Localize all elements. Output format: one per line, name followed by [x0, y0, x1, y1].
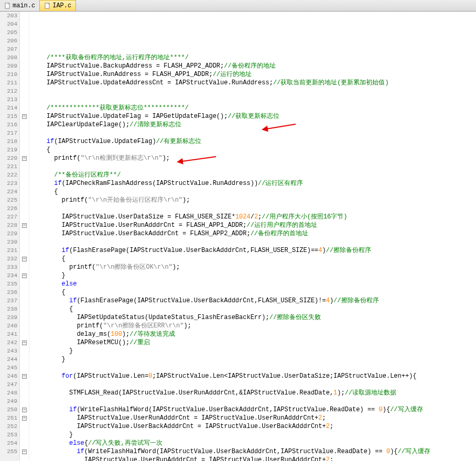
code-line[interactable]: IAPStructValue.UpdateAddressCnt = IAPStr…	[31, 79, 476, 87]
code-line[interactable]: {	[31, 305, 476, 313]
fold-cell[interactable]: −	[20, 338, 29, 347]
fold-cell	[20, 188, 29, 196]
code-line[interactable]: {	[31, 255, 476, 263]
annotation-arrow	[242, 114, 296, 122]
code-line[interactable]: {	[31, 288, 476, 297]
fold-minus-icon[interactable]: −	[22, 114, 27, 119]
code-line[interactable]: if(IAPCheckRamFlashAddress(IAPStructValu…	[31, 179, 476, 188]
tab-iap-c[interactable]: IAP.c	[40, 0, 76, 11]
line-number: 227	[0, 213, 17, 221]
fold-cell	[20, 380, 29, 389]
fold-cell	[20, 389, 29, 397]
fold-cell	[20, 246, 29, 255]
code-line[interactable]: }	[31, 431, 476, 439]
code-line[interactable]: delay_ms(100);//等待发送完成	[31, 330, 476, 338]
line-number: 237	[0, 297, 17, 305]
line-number: 214	[0, 104, 17, 112]
code-line[interactable]	[31, 95, 476, 104]
fold-cell[interactable]: −	[20, 271, 29, 280]
code-line[interactable]: else{//写入失败,再尝试写一次	[31, 439, 476, 447]
fold-cell	[20, 79, 29, 87]
code-line[interactable]: IAPSetUpdateStatus(UpdateStatus_FlashEra…	[31, 313, 476, 322]
code-line[interactable]: /*************获取更新标志位***********/	[31, 104, 476, 112]
line-number: 226	[0, 204, 17, 213]
code-line[interactable]: {	[31, 188, 476, 196]
line-number: 238	[0, 305, 17, 313]
fold-minus-icon[interactable]: −	[22, 416, 27, 421]
code-line[interactable]	[31, 364, 476, 372]
fold-minus-icon[interactable]: −	[22, 273, 27, 278]
code-line[interactable]: {	[31, 146, 476, 154]
code-editor[interactable]: 2032042052062072082092102112122132142152…	[0, 12, 476, 461]
fold-minus-icon[interactable]: −	[22, 341, 27, 345]
fold-minus-icon[interactable]: −	[22, 449, 27, 454]
code-line[interactable]: if(FlashErasePage(IAPStructValue.UserBac…	[31, 297, 476, 305]
code-line[interactable]: IAPStructValue.BackupAddress = FLASH_APP…	[31, 62, 476, 70]
line-number: 239	[0, 313, 17, 322]
line-number: 234	[0, 271, 17, 280]
code-line[interactable]	[31, 87, 476, 95]
line-number: 207	[0, 45, 17, 53]
fold-minus-icon[interactable]: −	[22, 156, 27, 161]
code-line[interactable]: IAPStructValue.UserRunAdddrCnt = FLASH_A…	[31, 221, 476, 229]
code-line[interactable]: if(WriteFlashHalfWord(IAPStructValue.Use…	[31, 447, 476, 456]
code-line[interactable]	[31, 238, 476, 246]
code-line[interactable]	[31, 397, 476, 405]
fold-cell	[20, 439, 29, 447]
line-number: 250	[0, 405, 17, 414]
fold-minus-icon[interactable]: −	[22, 257, 27, 261]
code-line[interactable]: IAPStructValue.UserBackAdddrCnt = IAPStr…	[31, 422, 476, 431]
line-number: 228	[0, 221, 17, 229]
code-line[interactable]	[31, 45, 476, 53]
line-number: 242	[0, 338, 17, 347]
code-line[interactable]	[31, 204, 476, 213]
fold-minus-icon[interactable]: −	[22, 374, 27, 379]
code-line[interactable]: }	[31, 347, 476, 355]
code-line[interactable]: else	[31, 280, 476, 288]
fold-cell	[20, 347, 29, 355]
tab-main-c[interactable]: main.c	[0, 0, 40, 11]
code-line[interactable]: STMFLASH_Read(IAPStructValue.UserRunAddd…	[31, 389, 476, 397]
fold-cell	[20, 397, 29, 405]
fold-cell[interactable]: −	[20, 112, 29, 120]
fold-cell[interactable]: −	[20, 154, 29, 162]
code-line[interactable]: }	[31, 355, 476, 364]
fold-cell[interactable]: −	[20, 255, 29, 263]
fold-minus-icon[interactable]: −	[22, 223, 27, 228]
code-line[interactable]: printf("\r\n擦除备份区ERR\r\n");	[31, 322, 476, 330]
code-line[interactable]: for(IAPStructValue.Len=0;IAPStructValue.…	[31, 372, 476, 380]
code-line[interactable]: if(WriteFlashHalfWord(IAPStructValue.Use…	[31, 405, 476, 414]
line-number: 222	[0, 171, 17, 179]
line-number: 233	[0, 263, 17, 271]
code-line[interactable]: /****获取备份程序的地址,运行程序的地址****/	[31, 53, 476, 62]
code-area[interactable]: /****获取备份程序的地址,运行程序的地址****/ IAPStructVal…	[29, 12, 476, 461]
line-number: 254	[0, 439, 17, 447]
fold-cell[interactable]: −	[20, 372, 29, 380]
code-line[interactable]: IAPStructValue.UserRunAdddrCnt = IAPStru…	[31, 414, 476, 422]
code-line[interactable]: IAPStructValue.UserDataSize = FLASH_USER…	[31, 213, 476, 221]
fold-cell[interactable]: −	[20, 414, 29, 422]
code-line[interactable]	[31, 162, 476, 171]
fold-cell	[20, 95, 29, 104]
fold-cell[interactable]: −	[20, 405, 29, 414]
code-line[interactable]: /**备份运行区程序**/	[31, 171, 476, 179]
line-number: 204	[0, 20, 17, 28]
line-number: 211	[0, 79, 17, 87]
code-line[interactable]: if(FlashErasePage(IAPStructValue.UserBac…	[31, 246, 476, 255]
code-line[interactable]	[31, 380, 476, 389]
code-line[interactable]: printf("\r\n开始备份运行区程序\r\n");	[31, 196, 476, 204]
fold-cell[interactable]: −	[20, 221, 29, 229]
line-number: 213	[0, 95, 17, 104]
fold-cell	[20, 263, 29, 271]
fold-cell[interactable]: −	[20, 447, 29, 456]
code-line[interactable]: IAPStructValue.UserBackAdddrCnt = FLASH_…	[31, 229, 476, 238]
code-line[interactable]: }	[31, 271, 476, 280]
line-number: 223	[0, 179, 17, 188]
line-number: 245	[0, 364, 17, 372]
code-line[interactable]: IAPStructValue.UserRunAdddrCnt = IAPStru…	[31, 456, 476, 461]
code-line[interactable]: IAPResetMCU();//重启	[31, 338, 476, 347]
code-line[interactable]: printf("\r\n擦除备份区OK\r\n");	[31, 263, 476, 271]
fold-minus-icon[interactable]: −	[22, 408, 27, 412]
code-line[interactable]: IAPStructValue.RunAddress = FLASH_APP1_A…	[31, 70, 476, 79]
code-line[interactable]: printf("\r\n检测到更新标志\r\n");	[31, 154, 476, 162]
